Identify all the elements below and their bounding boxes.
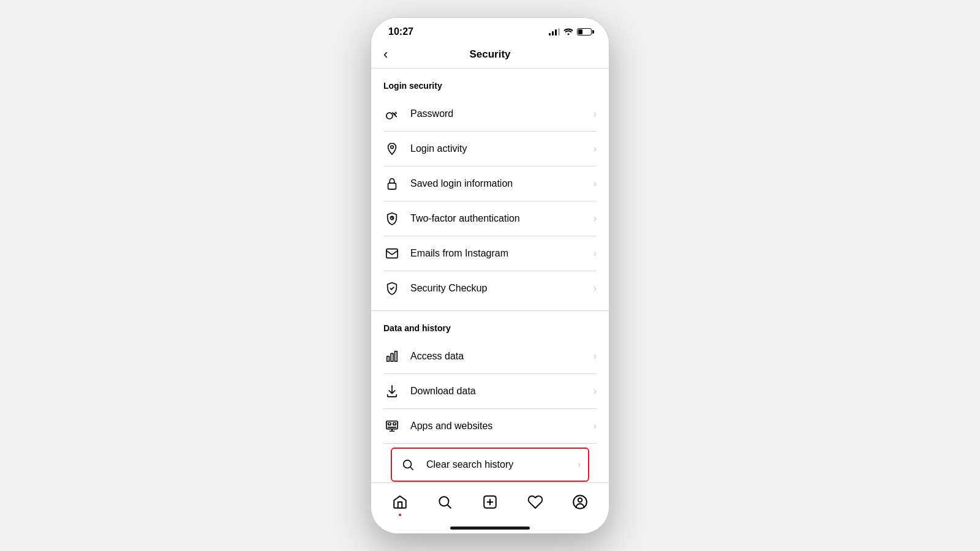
svg-rect-5 [387, 356, 390, 361]
nav-item-search[interactable] [429, 489, 460, 515]
menu-item-emails[interactable]: Emails from Instagram › [371, 236, 609, 271]
bottom-navigation [371, 482, 609, 533]
two-factor-label: Two-factor authentication [410, 213, 594, 224]
chevron-icon: › [594, 178, 597, 189]
chevron-icon: › [594, 421, 597, 432]
menu-item-password[interactable]: Password › [371, 97, 609, 131]
highlighted-item-wrapper: Clear search history › [371, 444, 609, 485]
svg-rect-6 [391, 353, 393, 361]
svg-rect-12 [388, 423, 391, 425]
nav-item-heart[interactable] [520, 489, 551, 515]
svg-rect-7 [395, 351, 398, 362]
active-dot [399, 514, 401, 516]
nav-item-home[interactable] [385, 489, 415, 515]
status-bar: 10:27 [371, 18, 609, 42]
nav-item-profile[interactable] [565, 489, 595, 515]
signal-icon [549, 28, 560, 36]
chevron-icon: › [594, 248, 597, 259]
chevron-icon: › [594, 143, 597, 154]
svg-rect-13 [393, 423, 396, 425]
apps-icon [383, 418, 401, 435]
svg-point-0 [386, 113, 393, 119]
mail-icon [383, 245, 401, 262]
saved-login-label: Saved login information [410, 178, 594, 189]
menu-item-login-activity[interactable]: Login activity › [371, 132, 609, 166]
svg-point-1 [391, 146, 394, 149]
menu-item-apps-websites[interactable]: Apps and websites › [371, 409, 609, 443]
page-title: Security [469, 48, 510, 61]
chevron-icon: › [594, 386, 597, 397]
security-checkup-label: Security Checkup [410, 283, 594, 294]
search-icon [399, 456, 417, 473]
key-icon [383, 105, 401, 122]
battery-icon [577, 28, 592, 36]
content-scroll[interactable]: Login security Password › [371, 69, 609, 485]
section-header-data: Data and history [371, 311, 609, 339]
menu-item-saved-login[interactable]: Saved login information › [371, 167, 609, 201]
apps-websites-label: Apps and websites [410, 421, 594, 432]
wifi-icon [564, 27, 573, 37]
lock-icon [383, 175, 401, 192]
chevron-icon: › [594, 351, 597, 362]
chevron-icon: › [594, 108, 597, 119]
home-icon [392, 494, 408, 510]
svg-rect-4 [386, 249, 398, 258]
status-time: 10:27 [388, 26, 413, 37]
emails-label: Emails from Instagram [410, 248, 594, 259]
download-data-label: Download data [410, 386, 594, 397]
chevron-icon: › [594, 213, 597, 224]
shield-check-icon [383, 280, 401, 297]
chevron-icon: › [594, 283, 597, 294]
chevron-icon: › [578, 459, 581, 470]
svg-point-14 [404, 460, 412, 468]
profile-icon [572, 494, 588, 510]
menu-item-security-checkup[interactable]: Security Checkup › [371, 271, 609, 305]
status-icons [549, 27, 592, 37]
svg-point-18 [578, 498, 582, 503]
download-icon [383, 383, 401, 400]
menu-item-download-data[interactable]: Download data › [371, 374, 609, 408]
search-nav-icon [437, 494, 453, 510]
nav-item-add[interactable] [475, 489, 505, 515]
nav-header: ‹ Security [371, 42, 609, 68]
section-header-login: Login security [371, 69, 609, 97]
phone-frame: 10:27 ‹ Security [371, 17, 609, 534]
back-button[interactable]: ‹ [383, 48, 388, 61]
login-activity-label: Login activity [410, 143, 594, 154]
menu-item-two-factor[interactable]: Two-factor authentication › [371, 201, 609, 236]
password-label: Password [410, 108, 594, 119]
menu-item-access-data[interactable]: Access data › [371, 339, 609, 373]
svg-rect-2 [388, 183, 396, 189]
shield-clock-icon [383, 210, 401, 227]
heart-icon [527, 494, 543, 510]
menu-item-clear-search[interactable]: Clear search history › [391, 448, 589, 482]
bar-chart-icon [383, 348, 401, 365]
clear-search-label: Clear search history [426, 459, 578, 470]
home-indicator [450, 527, 530, 530]
location-icon [383, 140, 401, 157]
add-icon [482, 494, 498, 510]
svg-point-15 [440, 497, 449, 506]
access-data-label: Access data [410, 351, 594, 362]
